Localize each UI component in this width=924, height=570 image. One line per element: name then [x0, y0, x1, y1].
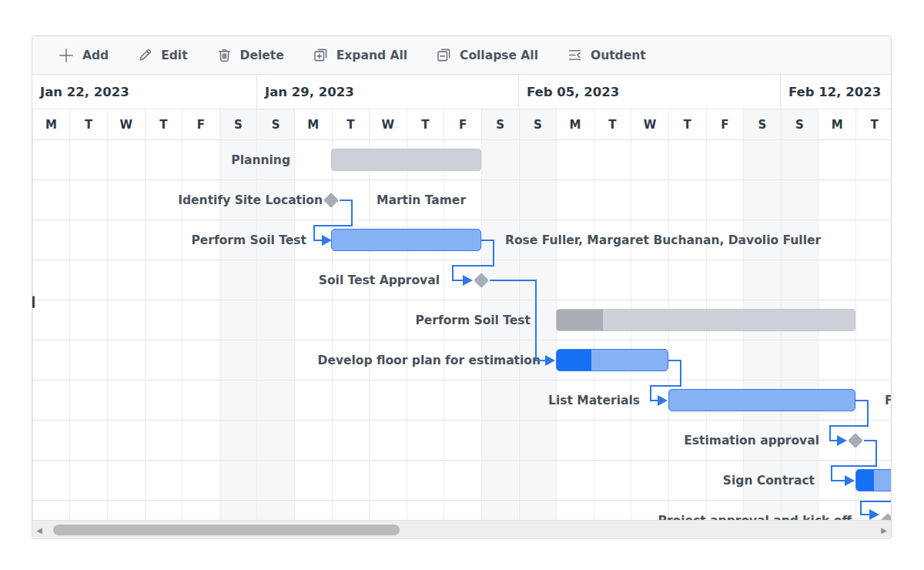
task-bar[interactable]	[668, 389, 855, 411]
toolbar-button-label: Delete	[240, 49, 284, 62]
task-label: Project approval and kick off	[658, 501, 852, 520]
day-header-cell: F	[182, 109, 219, 139]
task-label: List Materials	[548, 381, 640, 421]
day-header-cell: T	[855, 109, 891, 139]
toolbar-button-delete[interactable]: Delete	[216, 47, 284, 63]
toolbar-button-label: Expand All	[336, 49, 407, 62]
collapse-all-icon	[436, 47, 452, 63]
task-progress	[557, 310, 603, 330]
task-bar[interactable]	[331, 149, 481, 171]
task-label: Estimation approval	[684, 421, 819, 461]
grid-row	[32, 260, 891, 300]
week-header-cell: Jan 22, 2023	[32, 75, 256, 109]
horizontal-scrollbar[interactable]: ◀ ▶	[32, 520, 891, 539]
gantt-widget: AddEditDeleteExpand AllCollapse AllOutde…	[32, 35, 892, 539]
day-header-cell: T	[668, 109, 706, 139]
toolbar-button-edit[interactable]: Edit	[137, 47, 187, 63]
trash-icon	[216, 47, 233, 63]
task-progress	[856, 470, 874, 491]
task-bar[interactable]	[556, 349, 668, 371]
day-header-cell: S	[519, 109, 557, 139]
day-header-cell: T	[69, 109, 107, 139]
task-bar[interactable]	[855, 469, 891, 491]
week-header-label: Feb 12, 2023	[788, 85, 881, 99]
task-bar[interactable]	[331, 229, 481, 251]
day-header-cell: S	[781, 109, 819, 139]
week-header-cell: Feb 05, 2023	[518, 75, 780, 109]
day-header-cell: M	[556, 109, 594, 139]
task-label: Identify Site Location	[178, 180, 323, 220]
day-header-cell: F	[706, 109, 744, 139]
timeline-day-tier: MTWTFSSMTWTFSSMTWTFSSMT	[32, 109, 891, 140]
day-header-cell: W	[631, 109, 668, 139]
day-header-cell: T	[407, 109, 444, 139]
day-header-cell: S	[481, 109, 519, 139]
day-header-cell: T	[145, 109, 182, 139]
week-header-label: Jan 22, 2023	[40, 85, 129, 99]
day-header-cell: M	[294, 109, 332, 139]
timeline-week-tier: Jan 22, 2023Jan 29, 2023Feb 05, 2023Feb …	[32, 75, 891, 109]
outdent-icon	[567, 47, 583, 63]
task-progress	[557, 350, 591, 370]
task-label: Soil Test Approval	[319, 260, 440, 300]
day-header-cell: T	[594, 109, 631, 139]
week-header-cell: Jan 29, 2023	[256, 75, 518, 109]
toolbar-button-expand-all[interactable]: Expand All	[313, 47, 407, 63]
day-header-cell: S	[219, 109, 257, 139]
assignee-label: F	[885, 381, 891, 421]
week-header-cell: Feb 12, 2023	[780, 75, 891, 109]
day-header-cell: S	[743, 109, 781, 139]
day-header-cell: F	[444, 109, 481, 139]
day-header-cell: S	[256, 109, 294, 139]
toolbar-button-label: Outdent	[591, 49, 646, 62]
assignee-label: Rose Fuller, Margaret Buchanan, Davolio …	[505, 220, 821, 260]
task-label: Perform Soil Test	[415, 300, 531, 340]
pencil-icon	[137, 47, 153, 63]
toolbar: AddEditDeleteExpand AllCollapse AllOutde…	[32, 36, 891, 75]
day-header-cell: M	[818, 109, 855, 139]
week-header-label: Jan 29, 2023	[265, 85, 354, 99]
toolbar-button-label: Add	[82, 49, 109, 62]
scrollbar-right-arrow-icon[interactable]: ▶	[877, 521, 891, 539]
toolbar-button-collapse-all[interactable]: Collapse All	[436, 47, 538, 63]
expand-all-icon	[313, 47, 329, 63]
week-header-label: Feb 05, 2023	[527, 85, 619, 99]
plus-icon	[58, 47, 75, 64]
day-header-cell: W	[107, 109, 145, 139]
task-label: Planning	[231, 140, 290, 180]
day-header-cell: M	[32, 109, 69, 139]
day-header-cell: W	[369, 109, 407, 139]
task-label: Perform Soil Test	[191, 220, 306, 260]
gantt-chart-body: PlanningIdentify Site LocationMartin Tam…	[32, 140, 891, 520]
assignee-label: Martin Tamer	[377, 180, 466, 220]
toolbar-button-label: Edit	[161, 49, 187, 62]
day-header-cell: T	[332, 109, 370, 139]
text-cursor-artifact	[32, 296, 35, 308]
task-label: Sign Contract	[723, 461, 815, 501]
toolbar-button-outdent[interactable]: Outdent	[567, 47, 646, 63]
task-label: Develop floor plan for estimation	[318, 340, 541, 381]
toolbar-button-add[interactable]: Add	[58, 47, 109, 64]
task-bar[interactable]	[556, 309, 855, 331]
scrollbar-thumb[interactable]	[53, 525, 400, 535]
toolbar-button-label: Collapse All	[460, 49, 538, 62]
scrollbar-left-arrow-icon[interactable]: ◀	[32, 521, 46, 539]
